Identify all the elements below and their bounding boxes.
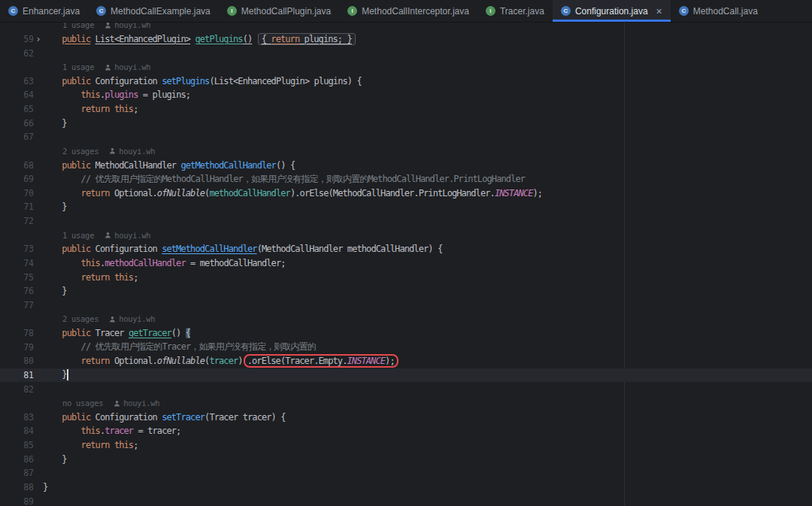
- token: );: [533, 188, 543, 198]
- line-number[interactable]: 67: [0, 132, 34, 142]
- token: }: [43, 118, 67, 129]
- tab-methodcall-java[interactable]: CMethodCall.java: [671, 0, 766, 22]
- token: INSTANCE: [347, 356, 386, 366]
- usages-inlay[interactable]: 2 usages: [62, 314, 98, 323]
- line-number[interactable]: 84: [0, 426, 34, 436]
- code-line[interactable]: 78 public Tracer getTracer() {: [0, 326, 812, 341]
- line-number[interactable]: 77: [0, 300, 34, 311]
- line-number[interactable]: 72: [0, 216, 34, 226]
- token: [43, 34, 62, 44]
- line-number[interactable]: 86: [0, 454, 34, 465]
- line-number[interactable]: 80: [0, 356, 34, 366]
- usages-inlay[interactable]: 1 usage: [62, 231, 94, 240]
- usages-inlay[interactable]: 1 usage: [62, 62, 94, 71]
- token: [43, 440, 81, 450]
- code-line[interactable]: 72: [0, 214, 812, 229]
- line-number[interactable]: 65: [0, 104, 34, 114]
- tab-methodcallinterceptor-java[interactable]: IMethodCallInterceptor.java: [339, 0, 477, 22]
- line-number[interactable]: 74: [0, 258, 34, 268]
- token: return: [81, 272, 110, 283]
- line-number[interactable]: 63: [0, 76, 34, 86]
- line-number[interactable]: 66: [0, 118, 34, 129]
- author-inlay[interactable]: houyi.wh: [114, 398, 159, 408]
- code-line[interactable]: 66 }: [0, 116, 812, 130]
- tab-methodcallexample-java[interactable]: CMethodCallExample.java: [88, 0, 219, 22]
- code-line[interactable]: 82: [0, 382, 812, 396]
- token: Optional.: [110, 188, 157, 198]
- token: = methodCallHandler;: [186, 258, 286, 268]
- tab-enhancer-java[interactable]: CEnhancer.java: [0, 0, 88, 22]
- tab-tracer-java[interactable]: ITracer.java: [477, 0, 553, 22]
- code-line[interactable]: 79 // 优先取用户指定的Tracer，如果用户没有指定，则取内置的: [0, 340, 812, 354]
- line-number[interactable]: 70: [0, 188, 34, 198]
- code-line[interactable]: 71 }: [0, 200, 812, 214]
- code-line[interactable]: 70 return Optional.ofNullable(methodCall…: [0, 186, 812, 201]
- line-number[interactable]: 73: [0, 244, 34, 254]
- code-line[interactable]: 84 this.tracer = tracer;: [0, 424, 812, 438]
- line-number[interactable]: 78: [0, 328, 34, 338]
- code-editor[interactable]: 1 usagehouyi.wh59› public List<EnhancedP…: [0, 23, 812, 506]
- code-text: }: [43, 454, 812, 465]
- usages-inlay[interactable]: 1 usage: [62, 23, 94, 29]
- line-number[interactable]: 68: [0, 160, 34, 171]
- token: return: [271, 34, 299, 44]
- line-number[interactable]: 71: [0, 201, 34, 212]
- line-number[interactable]: 88: [0, 482, 34, 492]
- code-line[interactable]: 85 return this;: [0, 438, 812, 453]
- author-inlay[interactable]: houyi.wh: [105, 231, 150, 240]
- code-line[interactable]: 63 public Configuration setPlugins(List<…: [0, 74, 812, 89]
- code-line[interactable]: 81 }: [0, 368, 812, 383]
- line-number[interactable]: 85: [0, 440, 34, 450]
- code-line[interactable]: 76 }: [0, 284, 812, 298]
- token: public: [62, 328, 90, 338]
- line-number[interactable]: 89: [0, 496, 34, 506]
- code-text: this.tracer = tracer;: [43, 426, 812, 436]
- token: (): [171, 328, 186, 338]
- code-line[interactable]: 62: [0, 46, 812, 60]
- code-line[interactable]: 88}: [0, 480, 812, 495]
- tab-methodcallplugin-java[interactable]: IMethodCallPlugin.java: [219, 0, 339, 22]
- author-inlay[interactable]: houyi.wh: [105, 23, 150, 29]
- line-number[interactable]: 82: [0, 384, 34, 395]
- line-number[interactable]: 69: [0, 174, 34, 184]
- line-number[interactable]: 62: [0, 48, 34, 59]
- code-line[interactable]: 59› public List<EnhancedPlugin> getPlugi…: [0, 32, 812, 47]
- token: [252, 34, 256, 44]
- code-line[interactable]: 65 return this;: [0, 102, 812, 117]
- code-line[interactable]: 73 public Configuration setMethodCallHan…: [0, 242, 812, 256]
- line-number[interactable]: 76: [0, 286, 34, 296]
- code-line[interactable]: 75 return this;: [0, 270, 812, 284]
- code-line[interactable]: 83 public Configuration setTracer(Tracer…: [0, 411, 812, 425]
- line-number[interactable]: 75: [0, 272, 34, 283]
- close-icon[interactable]: ×: [656, 6, 662, 17]
- author-inlay[interactable]: houyi.wh: [105, 62, 150, 71]
- code-line[interactable]: 80 return Optional.ofNullable(tracer).or…: [0, 354, 812, 368]
- code-line[interactable]: 89: [0, 494, 812, 506]
- code-line[interactable]: 86 }: [0, 452, 812, 466]
- line-number[interactable]: 81: [0, 370, 34, 380]
- code-line[interactable]: 74 this.methodCallHandler = methodCallHa…: [0, 256, 812, 271]
- line-number[interactable]: 87: [0, 468, 34, 478]
- inlay-hint-row: 1 usagehouyi.wh: [0, 23, 812, 32]
- token: return: [81, 104, 110, 114]
- usages-inlay[interactable]: 2 usages: [62, 147, 98, 156]
- line-number[interactable]: 83: [0, 412, 34, 423]
- author-inlay[interactable]: houyi.wh: [109, 147, 155, 156]
- code-line[interactable]: 68 public MethodCallHandler getMethodCal…: [0, 158, 812, 172]
- fold-chevron-icon[interactable]: ›: [34, 34, 43, 44]
- code-line[interactable]: 69 // 优先取用户指定的MethodCallHandler，如果用户没有指定…: [0, 172, 812, 186]
- line-number[interactable]: 79: [0, 342, 34, 353]
- code-line[interactable]: 64 this.plugins = plugins;: [0, 88, 812, 102]
- token: List<EnhancedPlugin>: [95, 34, 191, 44]
- code-text: return this;: [43, 440, 812, 450]
- code-line[interactable]: 67: [0, 130, 812, 144]
- token: {: [186, 328, 190, 338]
- token: ): [238, 356, 242, 366]
- tab-configuration-java[interactable]: CConfiguration.java×: [553, 0, 671, 22]
- code-line[interactable]: 77: [0, 298, 812, 313]
- line-number[interactable]: 59: [0, 34, 34, 44]
- usages-inlay[interactable]: no usages: [62, 398, 103, 408]
- author-inlay[interactable]: houyi.wh: [109, 314, 155, 323]
- code-line[interactable]: 87: [0, 466, 812, 480]
- line-number[interactable]: 64: [0, 89, 34, 100]
